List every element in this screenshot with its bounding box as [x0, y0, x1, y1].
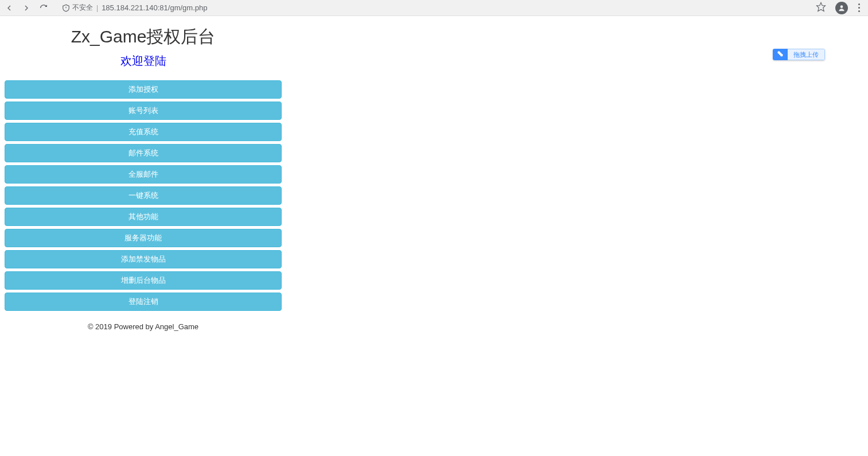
menu-mail-system[interactable]: 邮件系统 — [5, 144, 282, 162]
bookmark-star-icon[interactable] — [816, 2, 826, 14]
url-text: 185.184.221.140:81/gm/gm.php — [102, 3, 207, 12]
reload-button[interactable] — [39, 3, 48, 13]
profile-icon[interactable] — [835, 2, 848, 14]
menu-list: 添加授权 账号列表 充值系统 邮件系统 全服邮件 一键系统 其他功能 服务器功能… — [5, 80, 282, 311]
address-bar[interactable]: 不安全 | 185.184.221.140:81/gm/gm.php — [62, 3, 808, 13]
welcome-link[interactable]: 欢迎登陆 — [5, 53, 282, 69]
svg-marker-2 — [817, 2, 826, 11]
security-indicator: 不安全 — [62, 3, 93, 13]
upload-widget[interactable]: 拖拽上传 — [773, 49, 825, 60]
page-title: Zx_Game授权后台 — [5, 25, 282, 49]
menu-dots-icon[interactable] — [857, 2, 861, 13]
footer-copyright: © 2019 Powered by Angel_Game — [5, 322, 282, 331]
browser-toolbar: 不安全 | 185.184.221.140:81/gm/gm.php — [0, 0, 868, 16]
menu-server-functions[interactable]: 服务器功能 — [5, 229, 282, 247]
menu-other-functions[interactable]: 其他功能 — [5, 208, 282, 226]
menu-modify-backend-items[interactable]: 增删后台物品 — [5, 271, 282, 290]
menu-account-list[interactable]: 账号列表 — [5, 102, 282, 120]
cloud-icon — [773, 49, 788, 60]
menu-logout[interactable]: 登陆注销 — [5, 293, 282, 311]
security-label: 不安全 — [72, 3, 93, 13]
divider: | — [96, 4, 98, 12]
page-body: Zx_Game授权后台 欢迎登陆 添加授权 账号列表 充值系统 邮件系统 全服邮… — [0, 16, 868, 337]
menu-oneclick-system[interactable]: 一键系统 — [5, 186, 282, 205]
forward-button[interactable] — [22, 3, 31, 13]
upload-label: 拖拽上传 — [788, 49, 825, 60]
menu-recharge-system[interactable]: 充值系统 — [5, 123, 282, 141]
menu-server-mail[interactable]: 全服邮件 — [5, 165, 282, 184]
menu-add-auth[interactable]: 添加授权 — [5, 80, 282, 99]
svg-point-3 — [840, 5, 843, 8]
menu-add-banned-items[interactable]: 添加禁发物品 — [5, 250, 282, 268]
back-button[interactable] — [5, 3, 14, 13]
